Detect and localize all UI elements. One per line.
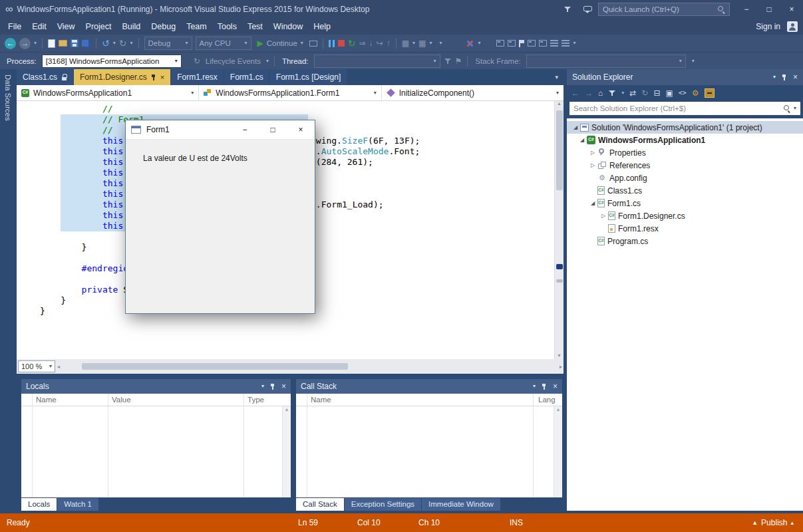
break-all-button[interactable] — [329, 40, 335, 47]
menu-item-tools[interactable]: Tools — [212, 19, 242, 34]
form-maximize-button[interactable]: □ — [259, 120, 287, 139]
watch-windows-icon[interactable]: ▦ — [402, 39, 409, 47]
menu-item-build[interactable]: Build — [116, 19, 146, 34]
feedback-icon[interactable] — [583, 5, 592, 13]
pin-icon[interactable] — [782, 74, 787, 81]
solution-platform-combo[interactable]: Any CPU ▾ — [196, 37, 251, 50]
refresh-icon[interactable]: ↻ — [641, 89, 648, 97]
expander-icon[interactable]: ◢ — [577, 137, 587, 143]
chevron-down-icon[interactable]: ▾ — [429, 41, 432, 46]
toggle-bookmark-icon[interactable] — [519, 40, 524, 47]
save-all-button[interactable] — [82, 40, 88, 47]
scroll-up-icon[interactable]: ▲ — [557, 101, 562, 106]
scroll-right-icon[interactable]: ▸ — [560, 364, 562, 370]
menu-item-help[interactable]: Help — [308, 19, 336, 34]
step-over-icon[interactable]: ↪ — [377, 39, 383, 47]
zoom-combo[interactable]: 100 % ▾ — [18, 360, 55, 372]
form1-title-bar[interactable]: Form1 − □ × — [126, 120, 315, 140]
collapse-all-icon[interactable]: ⊟ — [653, 89, 660, 97]
lifecycle-events-button[interactable]: Lifecycle Events — [206, 57, 261, 65]
tree-item-app-config[interactable]: ⚙App.config — [567, 172, 803, 184]
view-code-icon[interactable]: <> — [679, 90, 687, 96]
member-dropdown[interactable]: InitializeComponent() ▾ — [382, 85, 563, 100]
window-position-icon[interactable]: ▾ — [261, 384, 264, 389]
form-minimize-button[interactable]: − — [231, 120, 259, 139]
callstack-scrollbar[interactable]: ▲ — [554, 406, 562, 497]
chevron-down-icon[interactable]: ▾ — [621, 90, 624, 96]
expander-icon[interactable]: ▷ — [599, 213, 608, 219]
column-header-type[interactable]: Type — [247, 396, 264, 404]
restart-icon[interactable]: ↻ — [348, 39, 356, 48]
panel-tab-call-stack[interactable]: Call Stack — [296, 498, 344, 511]
editor-tab-class1-cs[interactable]: Class1.cs — [17, 69, 73, 85]
back-icon[interactable]: ← — [571, 89, 579, 97]
undo-dropdown-icon[interactable]: ▾ — [113, 41, 116, 46]
publish-button[interactable]: ▲ Publish ▴ — [752, 513, 794, 532]
tree-item-class1-cs[interactable]: C#Class1.cs — [567, 184, 803, 197]
expander-icon[interactable]: ◢ — [571, 124, 580, 130]
form1-window[interactable]: Form1 − □ × La valeur de U est de 24Volt… — [125, 120, 315, 314]
account-icon[interactable] — [787, 21, 798, 32]
step-out-icon[interactable]: ↑ — [387, 39, 391, 47]
solution-configuration-combo[interactable]: Debug ▾ — [144, 37, 192, 50]
memory-windows-icon[interactable]: ▦ — [418, 39, 426, 47]
column-header-value[interactable]: Value — [112, 396, 131, 404]
home-icon[interactable]: ⌂ — [598, 89, 603, 97]
sign-in-link[interactable]: Sign in — [756, 22, 780, 31]
panel-tab-watch-1[interactable]: Watch 1 — [57, 498, 98, 511]
editor-vertical-scrollbar[interactable]: ▲ ▼ — [554, 101, 563, 359]
tree-item-properties[interactable]: ▷Properties — [567, 146, 803, 159]
expander-icon[interactable]: ◢ — [588, 200, 597, 206]
quick-launch-input[interactable]: Quick Launch (Ctrl+Q) — [598, 3, 730, 16]
panel-tab-locals[interactable]: Locals — [21, 498, 57, 511]
tree-item-solution-windowsformsapplication1-1-project[interactable]: ◢Solution 'WindowsFormsApplication1' (1 … — [567, 121, 803, 134]
project-dropdown[interactable]: C# WindowsFormsApplication1 ▾ — [17, 85, 199, 100]
minimize-button[interactable]: − — [735, 0, 758, 19]
column-header-name[interactable]: Name — [311, 396, 331, 404]
solution-explorer-title-bar[interactable]: Solution Explorer ▾ × — [567, 69, 803, 85]
pin-icon[interactable] — [270, 383, 275, 390]
notifications-icon[interactable] — [563, 5, 571, 13]
tree-item-form1-cs[interactable]: ◢C#Form1.cs — [567, 197, 803, 209]
expander-icon[interactable]: ▷ — [588, 162, 597, 168]
filter-icon[interactable] — [608, 89, 616, 97]
tree-item-program-cs[interactable]: C#Program.cs — [567, 235, 803, 247]
attach-to-process-icon[interactable] — [309, 41, 317, 47]
process-combo[interactable]: [3168] WindowsFormsApplication ▾ — [42, 55, 182, 68]
open-file-button[interactable] — [59, 40, 67, 47]
flag-threads-icon[interactable]: ⚑ — [455, 57, 462, 65]
panel-tab-immediate-window[interactable]: Immediate Window — [422, 498, 500, 511]
outdent-icon[interactable] — [562, 40, 569, 47]
navigate-dropdown-icon[interactable]: ▾ — [34, 41, 37, 46]
toolbar-overflow-icon[interactable]: ▾ — [478, 41, 480, 46]
locals-title-bar[interactable]: Locals ▾ × — [21, 379, 291, 394]
save-button[interactable] — [71, 39, 79, 47]
window-position-icon[interactable]: ▾ — [773, 74, 776, 80]
close-icon[interactable]: × — [553, 382, 558, 391]
preview-selected-items-toggle[interactable] — [705, 88, 715, 98]
previous-bookmark-icon[interactable] — [528, 40, 536, 47]
expander-icon[interactable]: ▷ — [588, 150, 597, 156]
close-icon[interactable]: × — [793, 72, 798, 82]
editor-tab-form1-cs-design[interactable]: Form1.cs [Design] — [270, 69, 347, 85]
task-list-icon[interactable] — [496, 40, 504, 47]
callstack-title-bar[interactable]: Call Stack ▾ × — [296, 379, 562, 394]
form-close-button[interactable]: × — [287, 120, 315, 139]
continue-button[interactable]: ▶ Continue ▾ — [255, 39, 306, 47]
extension-tools-icon[interactable] — [466, 39, 474, 48]
tree-item-windowsformsapplication1[interactable]: ◢C#WindowsFormsApplication1 — [567, 134, 803, 146]
chevron-down-icon[interactable]: ▾ — [794, 106, 796, 111]
navigate-forward-button[interactable]: → — [19, 38, 31, 49]
close-button[interactable]: × — [780, 0, 803, 19]
thread-combo[interactable]: ▾ — [314, 55, 440, 68]
toolbar-overflow-icon[interactable]: ▾ — [573, 41, 575, 46]
chevron-down-icon[interactable]: ▾ — [266, 59, 269, 64]
indent-icon[interactable] — [550, 40, 558, 47]
column-header-name[interactable]: Name — [36, 396, 57, 404]
next-bookmark-icon[interactable] — [539, 40, 547, 47]
scroll-up-icon[interactable]: ▲ — [285, 407, 289, 412]
locals-scrollbar[interactable]: ▲ — [282, 406, 291, 497]
locals-grid-body[interactable]: ▲ — [21, 406, 291, 497]
panel-tab-exception-settings[interactable]: Exception Settings — [345, 498, 421, 511]
navigate-backward-button[interactable]: ← — [5, 38, 16, 49]
